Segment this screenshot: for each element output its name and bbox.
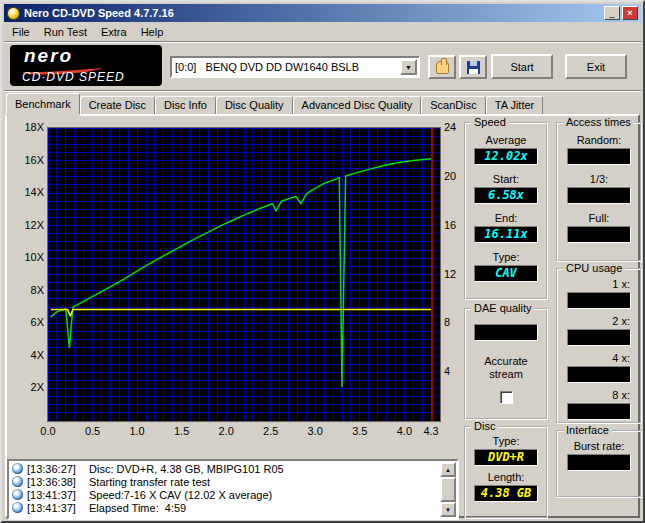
menu-file[interactable]: File (5, 24, 37, 40)
test-options-button[interactable] (428, 55, 456, 79)
log-lines: [13:36:27]Disc: DVD+R, 4.38 GB, MBIPG101… (11, 462, 439, 517)
speed-panel-title: Speed (471, 116, 509, 128)
x-axis-tick: 4.0 (391, 425, 417, 437)
tab-advanced-disc-quality[interactable]: Advanced Disc Quality (293, 96, 422, 114)
hand-icon (436, 61, 449, 74)
disc-icon (12, 502, 23, 513)
y-axis-right-tick: 12 (444, 268, 462, 280)
start-button[interactable]: Start (491, 54, 553, 79)
y-axis-right-tick: 20 (444, 170, 462, 182)
scrollbar-thumb[interactable] (440, 477, 456, 502)
log-timestamp: [13:36:27] (27, 463, 89, 475)
y-axis-left-tick: 8X (14, 284, 44, 296)
log-timestamp: [13:36:38] (27, 476, 89, 488)
burst-rate-value-box (567, 454, 631, 471)
chart-plot-area (47, 127, 441, 422)
access-times-panel-title: Access times (563, 116, 634, 128)
log-message: Starting transfer rate test (89, 476, 210, 488)
logo-text: nero (24, 46, 162, 65)
log-scrollbar[interactable]: ▲ ▼ (440, 462, 456, 517)
x-axis-tick: 2.0 (213, 425, 239, 437)
one-third-access-label: 1/3: (558, 173, 640, 185)
x-axis-tick: 2.5 (258, 425, 284, 437)
disc-type-label: Type: (466, 435, 546, 447)
speed-type-value: CAV (474, 265, 538, 282)
toolbar-separator-bottom (4, 90, 641, 92)
exit-button[interactable]: Exit (565, 54, 627, 79)
y-axis-right-tick: 4 (444, 365, 462, 377)
app-window: Nero CD-DVD Speed 4.7.7.16 _ × FileRun T… (0, 0, 645, 523)
log-line[interactable]: [13:41:37]Elapsed Time: 4:59 (11, 501, 439, 514)
tab-ta-jitter[interactable]: TA Jitter (486, 96, 544, 114)
x-axis-tick: 1.0 (124, 425, 150, 437)
y-axis-right-tick: 8 (444, 316, 462, 328)
log-listbox[interactable]: [13:36:27]Disc: DVD+R, 4.38 GB, MBIPG101… (7, 459, 459, 520)
disc-icon (12, 489, 23, 500)
minimize-button[interactable]: _ (604, 6, 620, 20)
tab-create-disc[interactable]: Create Disc (80, 96, 155, 114)
access-times-panel: Access times Random: 1/3: Full: (556, 122, 642, 262)
log-line[interactable]: [13:36:27]Disc: DVD+R, 4.38 GB, MBIPG101… (11, 462, 439, 475)
x-axis-tick: 0.0 (35, 425, 61, 437)
window-title: Nero CD-DVD Speed 4.7.7.16 (24, 7, 602, 19)
accurate-stream-checkbox[interactable] (500, 391, 513, 404)
burst-rate-label: Burst rate: (558, 440, 640, 452)
menu-run-test[interactable]: Run Test (37, 24, 94, 40)
speed-type-label: Type: (466, 251, 546, 263)
save-button[interactable] (459, 55, 487, 79)
x-axis-tick: 4.3 (418, 425, 444, 437)
interface-panel-title: Interface (563, 424, 612, 436)
log-timestamp: [13:41:37] (27, 489, 89, 501)
log-line[interactable]: [13:41:37]Speed:7-16 X CAV (12.02 X aver… (11, 488, 439, 501)
accurate-stream-label: Accurate stream (474, 355, 538, 381)
floppy-icon (467, 61, 480, 74)
average-speed-value: 12.02x (474, 148, 538, 165)
menu-bar: FileRun TestExtraHelp (5, 23, 640, 41)
log-message: Disc: DVD+R, 4.38 GB, MBIPG101 R05 (89, 463, 284, 475)
full-access-label: Full: (558, 212, 640, 224)
log-message: Speed:7-16 X CAV (12.02 X average) (89, 489, 272, 501)
tab-disc-quality[interactable]: Disc Quality (216, 96, 293, 114)
disc-type-value: DVD+R (474, 449, 538, 466)
tab-benchmark[interactable]: Benchmark (6, 93, 80, 114)
drive-select[interactable]: [0:0] BENQ DVD DD DW1640 BSLB ▼ (170, 56, 420, 78)
title-bar[interactable]: Nero CD-DVD Speed 4.7.7.16 _ × (4, 4, 641, 22)
y-axis-left-tick: 6X (14, 316, 44, 328)
x-axis-tick: 0.5 (80, 425, 106, 437)
scroll-up-button[interactable]: ▲ (440, 462, 456, 477)
toolbar: nero CD·DVD SPEED [0:0] BENQ DVD DD DW16… (4, 43, 641, 90)
cpu-usage-value-box (567, 403, 631, 420)
dropdown-arrow-icon[interactable]: ▼ (400, 59, 417, 75)
menu-extra[interactable]: Extra (94, 24, 134, 40)
y-axis-left-tick: 16X (14, 154, 44, 166)
benchmark-chart (48, 128, 440, 421)
disc-length-value: 4.38 GB (474, 485, 538, 502)
y-axis-right-tick: 16 (444, 219, 462, 231)
average-label: Average (466, 134, 546, 146)
random-access-value-box (567, 148, 631, 165)
close-button[interactable]: × (622, 6, 638, 20)
y-axis-left-tick: 2X (14, 381, 44, 393)
drive-select-value: [0:0] BENQ DVD DD DW1640 BSLB (172, 61, 400, 73)
random-access-label: Random: (558, 134, 640, 146)
end-speed-value: 16.11x (474, 226, 538, 243)
disc-icon (12, 463, 23, 474)
one-third-access-value-box (567, 187, 631, 204)
log-line[interactable]: [13:36:38]Starting transfer rate test (11, 475, 439, 488)
start-speed-label: Start: (466, 173, 546, 185)
tab-disc-info[interactable]: Disc Info (155, 96, 216, 114)
interface-panel: Interface Burst rate: (556, 430, 642, 498)
cpu-usage-value-box (567, 366, 631, 383)
x-axis-tick: 3.5 (347, 425, 373, 437)
start-speed-value: 6.58x (474, 187, 538, 204)
cpu-usage-panel-title: CPU usage (563, 262, 625, 274)
menu-help[interactable]: Help (134, 24, 171, 40)
cpu-usage-value-box (567, 292, 631, 309)
cpu-usage-rows: 1 x:2 x:4 x:8 x: (558, 278, 640, 420)
disc-panel: Disc Type: DVD+R Length: 4.38 GB (464, 426, 548, 519)
tab-scandisc[interactable]: ScanDisc (421, 96, 485, 114)
scroll-down-button[interactable]: ▼ (440, 502, 456, 517)
dae-quality-value-box (474, 324, 538, 341)
x-axis-tick: 3.0 (302, 425, 328, 437)
logo-subtext: CD·DVD SPEED (22, 70, 125, 84)
